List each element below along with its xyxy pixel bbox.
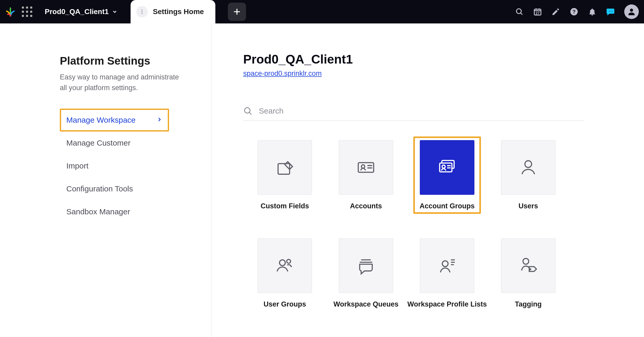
tile-box xyxy=(339,140,393,195)
tile-label: User Groups xyxy=(263,300,306,308)
sidebar-item-label: Configuration Tools xyxy=(66,184,133,193)
dots-vertical-icon xyxy=(139,9,145,15)
profile-icon xyxy=(627,7,636,16)
workspace-dropdown[interactable]: Prod0_QA_Client1 xyxy=(40,8,122,16)
tile-workspace-queues[interactable]: Workspace Queues xyxy=(332,235,400,312)
workspace-queues-icon xyxy=(356,256,376,275)
calendar-icon[interactable]: 27 xyxy=(533,7,542,16)
chevron-down-icon xyxy=(112,9,118,15)
tile-box xyxy=(339,238,393,293)
tile-workspace-profile-lists[interactable]: Workspace Profile Lists xyxy=(413,235,481,312)
svg-point-0 xyxy=(141,10,143,11)
bell-icon[interactable] xyxy=(588,7,597,16)
workspace-profile-lists-icon xyxy=(437,256,457,275)
tagging-icon xyxy=(519,256,538,275)
svg-point-21 xyxy=(442,261,448,267)
apps-launcher-icon[interactable] xyxy=(22,7,32,17)
svg-point-23 xyxy=(530,268,531,270)
search-icon[interactable] xyxy=(515,7,524,16)
chevron-right-icon xyxy=(156,116,163,124)
tile-label: Users xyxy=(518,202,538,210)
tile-account-groups[interactable]: Account Groups xyxy=(413,136,481,214)
tab-title: Settings Home xyxy=(153,8,204,16)
page-title: Prod0_QA_Client1 xyxy=(243,52,628,66)
main-area: Platform Settings Easy way to manage and… xyxy=(0,23,644,337)
tile-label: Workspace Profile Lists xyxy=(407,300,487,308)
user-groups-icon xyxy=(275,256,294,275)
sidebar-item-label: Manage Workspace xyxy=(66,116,136,124)
search-row xyxy=(243,106,584,121)
custom-fields-icon xyxy=(275,158,294,177)
svg-point-2 xyxy=(141,13,143,14)
tile-box xyxy=(257,238,312,293)
svg-point-10 xyxy=(630,9,633,12)
tile-user-groups[interactable]: User Groups xyxy=(251,235,319,312)
svg-text:?: ? xyxy=(572,9,576,15)
calendar-day: 27 xyxy=(533,11,542,15)
chat-icon[interactable] xyxy=(606,7,615,16)
sidebar-item-label: Import xyxy=(66,161,88,170)
brand-logo[interactable] xyxy=(5,7,16,17)
add-tab-button[interactable] xyxy=(228,3,246,21)
svg-point-3 xyxy=(517,9,521,14)
help-icon[interactable]: ? xyxy=(570,7,578,16)
sidebar-item-configuration-tools[interactable]: Configuration Tools xyxy=(60,177,169,200)
tile-box xyxy=(420,238,474,293)
tile-label: Custom Fields xyxy=(261,202,309,210)
search-icon xyxy=(243,106,253,116)
svg-rect-12 xyxy=(278,164,289,174)
topbar-left: Prod0_QA_Client1 Settings Home xyxy=(5,0,246,23)
users-icon xyxy=(519,158,538,177)
tile-box xyxy=(501,238,556,293)
sidebar-item-label: Sandbox Manager xyxy=(66,207,130,216)
workspace-name: Prod0_QA_Client1 xyxy=(45,8,109,16)
svg-point-19 xyxy=(280,260,285,266)
tab-menu-button[interactable] xyxy=(136,6,148,17)
svg-point-8 xyxy=(610,11,611,12)
tile-grid: Custom Fields Accounts xyxy=(251,136,562,312)
topbar-right: 27 ? xyxy=(515,4,639,19)
svg-point-9 xyxy=(612,11,613,12)
tile-label: Account Groups xyxy=(420,202,475,210)
tile-box xyxy=(501,140,556,195)
tile-label: Tagging xyxy=(515,300,542,308)
tile-custom-fields[interactable]: Custom Fields xyxy=(251,136,319,214)
top-bar: Prod0_QA_Client1 Settings Home 27 ? xyxy=(0,0,644,23)
sidebar-item-label: Manage Customer xyxy=(66,139,131,147)
tile-box xyxy=(420,140,474,195)
edit-icon[interactable] xyxy=(551,7,560,16)
profile-avatar[interactable] xyxy=(624,4,639,19)
tile-accounts[interactable]: Accounts xyxy=(332,136,400,214)
tile-users[interactable]: Users xyxy=(494,136,562,214)
search-input[interactable] xyxy=(259,107,584,115)
account-groups-icon xyxy=(437,158,457,177)
tile-box xyxy=(257,140,312,195)
sidebar-item-import[interactable]: Import xyxy=(60,154,169,177)
svg-point-18 xyxy=(525,161,532,167)
svg-point-7 xyxy=(609,11,610,12)
tab-settings-home[interactable]: Settings Home xyxy=(131,0,215,23)
svg-point-11 xyxy=(244,108,250,113)
sidebar-heading: Platform Settings xyxy=(60,55,201,67)
content-area: Prod0_QA_Client1 space-prod0.sprinklr.co… xyxy=(212,23,644,337)
sidebar-description: Easy way to manage and administrate all … xyxy=(60,72,185,93)
workspace-url[interactable]: space-prod0.sprinklr.com xyxy=(243,70,322,78)
svg-point-20 xyxy=(287,259,291,263)
sidebar-item-sandbox-manager[interactable]: Sandbox Manager xyxy=(60,200,169,223)
tile-label: Accounts xyxy=(350,202,382,210)
svg-point-22 xyxy=(523,258,529,264)
accounts-icon xyxy=(356,158,376,177)
svg-point-1 xyxy=(141,11,143,12)
plus-icon xyxy=(233,7,241,16)
sidebar-item-manage-customer[interactable]: Manage Customer xyxy=(60,132,169,154)
sidebar: Platform Settings Easy way to manage and… xyxy=(0,23,212,337)
tile-label: Workspace Queues xyxy=(333,300,398,308)
tile-tagging[interactable]: Tagging xyxy=(494,235,562,312)
sidebar-item-manage-workspace[interactable]: Manage Workspace xyxy=(60,109,169,132)
